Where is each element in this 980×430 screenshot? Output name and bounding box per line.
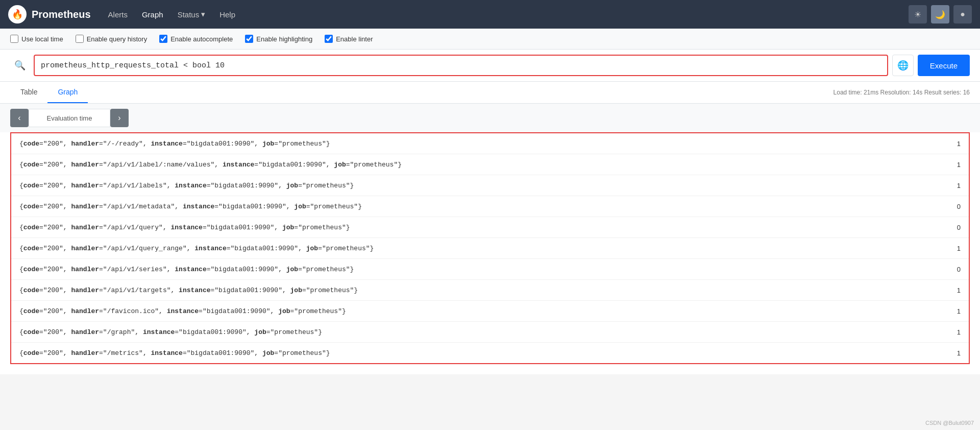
tab-table[interactable]: Table bbox=[10, 82, 47, 103]
row-label-cell: {code="200", handler="/api/v1/metadata",… bbox=[11, 196, 939, 217]
navbar: 🔥 Prometheus Alerts Graph Status ▾ Help … bbox=[0, 0, 980, 29]
nav-icons: ☀ 🌙 ● bbox=[909, 5, 972, 23]
query-input-wrap bbox=[34, 55, 888, 76]
nav-links: Alerts Graph Status ▾ Help bbox=[103, 7, 240, 22]
enable-linter-label: Enable linter bbox=[336, 35, 373, 43]
brand-link[interactable]: 🔥 Prometheus bbox=[8, 5, 91, 23]
brand-name: Prometheus bbox=[32, 9, 91, 20]
results-table: {code="200", handler="/-/ready", instanc… bbox=[10, 132, 970, 364]
use-local-time-checkbox[interactable]: Use local time bbox=[10, 35, 63, 43]
use-local-time-input[interactable] bbox=[10, 35, 18, 43]
row-value-cell: 1 bbox=[939, 133, 969, 154]
search-icon: 🔍 bbox=[10, 55, 30, 76]
nav-help[interactable]: Help bbox=[214, 7, 240, 22]
tabs-left: Table Graph bbox=[10, 82, 88, 103]
tabs-bar: Table Graph Load time: 21ms Resolution: … bbox=[0, 82, 980, 104]
table-row: {code="200", handler="/api/v1/metadata",… bbox=[11, 196, 969, 217]
enable-highlighting-label: Enable highlighting bbox=[256, 35, 312, 43]
row-label-cell: {code="200", handler="/metrics", instanc… bbox=[11, 343, 939, 364]
theme-dark-button[interactable]: ● bbox=[953, 5, 972, 23]
dropdown-arrow-icon: ▾ bbox=[201, 10, 205, 19]
row-value-cell: 1 bbox=[939, 343, 969, 364]
row-value-cell: 1 bbox=[939, 280, 969, 301]
row-label-cell: {code="200", handler="/favicon.ico", ins… bbox=[11, 301, 939, 322]
nav-graph[interactable]: Graph bbox=[137, 7, 168, 22]
query-input[interactable] bbox=[41, 61, 881, 70]
brand-icon: 🔥 bbox=[8, 5, 27, 23]
search-bar: 🔍 🌐 Execute bbox=[0, 50, 980, 82]
row-value-cell: 1 bbox=[939, 301, 969, 322]
row-value-cell: 0 bbox=[939, 196, 969, 217]
row-label-cell: {code="200", handler="/api/v1/targets", … bbox=[11, 280, 939, 301]
enable-autocomplete-checkbox[interactable]: Enable autocomplete bbox=[159, 35, 233, 43]
table-row: {code="200", handler="/api/v1/series", i… bbox=[11, 259, 969, 280]
eval-next-button[interactable]: › bbox=[110, 109, 129, 127]
table-row: {code="200", handler="/api/v1/labels", i… bbox=[11, 175, 969, 196]
row-value-cell: 0 bbox=[939, 259, 969, 280]
enable-highlighting-checkbox[interactable]: Enable highlighting bbox=[245, 35, 312, 43]
row-label-cell: {code="200", handler="/graph", instance=… bbox=[11, 322, 939, 343]
row-label-cell: {code="200", handler="/api/v1/query", in… bbox=[11, 217, 939, 238]
theme-sun-button[interactable]: ☀ bbox=[909, 5, 927, 23]
globe-button[interactable]: 🌐 bbox=[892, 55, 914, 76]
results-container: {code="200", handler="/-/ready", instanc… bbox=[0, 132, 980, 374]
enable-highlighting-input[interactable] bbox=[245, 35, 253, 43]
table-row: {code="200", handler="/favicon.ico", ins… bbox=[11, 301, 969, 322]
row-value-cell: 1 bbox=[939, 238, 969, 259]
row-label-cell: {code="200", handler="/-/ready", instanc… bbox=[11, 133, 939, 154]
row-label-cell: {code="200", handler="/api/v1/series", i… bbox=[11, 259, 939, 280]
nav-alerts[interactable]: Alerts bbox=[103, 7, 133, 22]
enable-linter-input[interactable] bbox=[325, 35, 333, 43]
table-row: {code="200", handler="/api/v1/targets", … bbox=[11, 280, 969, 301]
eval-time-label: Evaluation time bbox=[29, 109, 110, 127]
enable-autocomplete-label: Enable autocomplete bbox=[170, 35, 233, 43]
execute-button[interactable]: Execute bbox=[918, 55, 970, 76]
tabs-stats: Load time: 21ms Resolution: 14s Result s… bbox=[834, 83, 970, 102]
row-label-cell: {code="200", handler="/api/v1/label/:nam… bbox=[11, 154, 939, 175]
table-row: {code="200", handler="/api/v1/query", in… bbox=[11, 217, 969, 238]
row-value-cell: 1 bbox=[939, 154, 969, 175]
toolbar: Use local time Enable query history Enab… bbox=[0, 29, 980, 50]
enable-query-history-label: Enable query history bbox=[87, 35, 148, 43]
enable-query-history-input[interactable] bbox=[76, 35, 84, 43]
table-row: {code="200", handler="/-/ready", instanc… bbox=[11, 133, 969, 154]
enable-linter-checkbox[interactable]: Enable linter bbox=[325, 35, 373, 43]
eval-bar: ‹ Evaluation time › bbox=[0, 104, 980, 132]
eval-prev-button[interactable]: ‹ bbox=[10, 109, 29, 127]
tab-graph[interactable]: Graph bbox=[47, 82, 88, 103]
use-local-time-label: Use local time bbox=[21, 35, 63, 43]
table-row: {code="200", handler="/api/v1/label/:nam… bbox=[11, 154, 969, 175]
enable-autocomplete-input[interactable] bbox=[159, 35, 167, 43]
theme-moon-button[interactable]: 🌙 bbox=[931, 5, 949, 23]
row-value-cell: 1 bbox=[939, 322, 969, 343]
table-row: {code="200", handler="/metrics", instanc… bbox=[11, 343, 969, 364]
row-label-cell: {code="200", handler="/api/v1/query_rang… bbox=[11, 238, 939, 259]
row-label-cell: {code="200", handler="/api/v1/labels", i… bbox=[11, 175, 939, 196]
table-row: {code="200", handler="/graph", instance=… bbox=[11, 322, 969, 343]
table-row: {code="200", handler="/api/v1/query_rang… bbox=[11, 238, 969, 259]
nav-status[interactable]: Status ▾ bbox=[173, 7, 211, 22]
enable-query-history-checkbox[interactable]: Enable query history bbox=[76, 35, 148, 43]
row-value-cell: 1 bbox=[939, 175, 969, 196]
row-value-cell: 0 bbox=[939, 217, 969, 238]
